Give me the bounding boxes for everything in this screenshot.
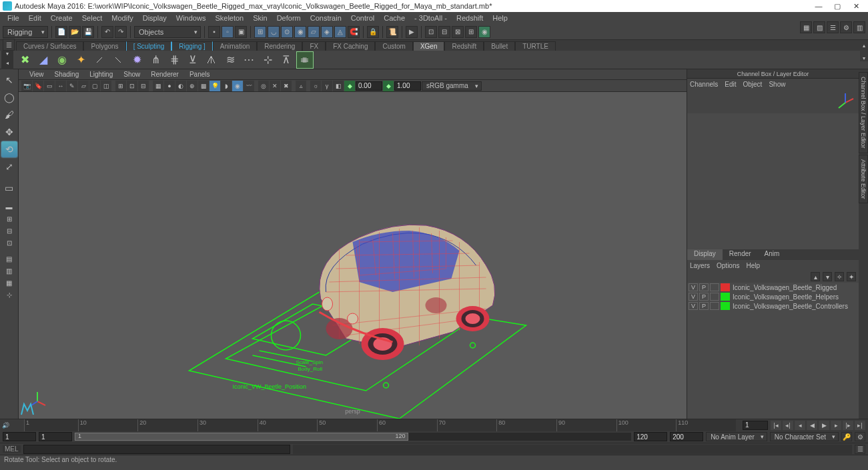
vp-exposure-field[interactable] — [356, 81, 382, 91]
snap-point-icon[interactable]: ⊙ — [281, 26, 293, 38]
shelf-tab-custom[interactable]: Custom — [375, 41, 412, 51]
xgen-groom-icon[interactable]: ✹ — [128, 51, 145, 69]
menu-redshift[interactable]: Redshift — [452, 14, 488, 22]
channel-box-tab[interactable]: Channel Box / Layer Editor — [859, 72, 868, 153]
vp-shadows-icon[interactable]: ◗ — [221, 81, 232, 91]
layer-playback-toggle[interactable]: P — [699, 293, 709, 301]
shelf-tab-sculpting[interactable]: [ Sculpting — [126, 41, 172, 51]
render-settings-icon[interactable]: ⊠ — [452, 26, 464, 38]
shelf-menu-icon[interactable]: ▾ — [1, 51, 13, 60]
layer-row[interactable]: VPIconic_Volkswagen_Beetle_Helpers — [687, 292, 859, 301]
vp-wireframe-icon[interactable]: ▦ — [153, 81, 163, 91]
snap-plane-icon[interactable]: ▱ — [308, 26, 320, 38]
play-forward-icon[interactable]: ▶ — [819, 421, 829, 430]
select-by-component-icon[interactable]: ▣ — [235, 26, 247, 38]
menu-constrain[interactable]: Constrain — [306, 14, 346, 22]
layer-row[interactable]: VPIconic_Volkswagen_Beetle_Rigged — [687, 283, 859, 292]
shelf-tab-animation[interactable]: Animation — [213, 41, 257, 51]
playback-prefs-icon[interactable]: ⚙ — [855, 432, 865, 441]
vp-xray-joints-icon[interactable]: ✖ — [281, 81, 292, 91]
vp-textured-icon[interactable]: ▩ — [198, 81, 209, 91]
layer-color-swatch[interactable] — [721, 302, 730, 310]
go-to-end-icon[interactable]: ▸| — [855, 421, 865, 430]
paint-select-tool[interactable]: 🖌 — [1, 107, 17, 123]
layer-new-selected-icon[interactable]: ✦ — [847, 272, 856, 281]
open-scene-icon[interactable]: 📂 — [69, 26, 81, 38]
vp-image-plane-icon[interactable]: ▭ — [44, 81, 55, 91]
vp-wire-on-shaded-icon[interactable]: ⊕ — [187, 81, 197, 91]
shelf-tab-redshift[interactable]: Redshift — [444, 41, 484, 51]
shelf-tab-rendering[interactable]: Rendering — [257, 41, 302, 51]
menu-control[interactable]: Control — [346, 14, 379, 22]
layer-type-toggle[interactable] — [710, 283, 719, 291]
attribute-editor-tab[interactable]: Attribute Editor — [859, 155, 868, 204]
persp-outliner-icon[interactable]: ▥ — [1, 265, 17, 276]
viewport[interactable]: Iconic_VW_Beetle_Position Scale_Spin Bod… — [19, 92, 687, 419]
shelf-tab-turtle[interactable]: TURTLE — [515, 41, 556, 51]
layer-color-swatch[interactable] — [721, 293, 730, 301]
timeline-sound-icon[interactable]: 🔊 — [0, 422, 11, 429]
xgen-brush6-icon[interactable]: ⋯ — [240, 51, 258, 69]
menu-help[interactable]: Help — [488, 14, 512, 22]
timeline-ruler[interactable]: 1102030405060708090100110120 — [24, 419, 736, 431]
layer-menu-options[interactable]: Options — [717, 262, 739, 269]
vp-gamma-field[interactable] — [394, 81, 421, 91]
menu-edit[interactable]: Edit — [24, 14, 46, 22]
vp-motion-blur-icon[interactable]: 〰 — [244, 81, 254, 91]
hypershade-layout-icon[interactable]: ▦ — [1, 277, 17, 288]
layer-tab-anim[interactable]: Anim — [758, 249, 787, 260]
vp-menu-shading[interactable]: Shading — [49, 71, 85, 78]
vp-grease-icon[interactable]: ✎ — [67, 81, 77, 91]
layer-type-toggle[interactable] — [710, 302, 719, 310]
layer-row[interactable]: VPIconic_Volkswagen_Beetle_Controllers — [687, 301, 859, 311]
snap-curve-icon[interactable]: ◡ — [268, 26, 280, 38]
construction-history-icon[interactable]: 📜 — [386, 26, 398, 38]
layer-visibility-toggle[interactable]: V — [689, 283, 698, 291]
modeling-toolkit-toggle-icon[interactable]: ▦ — [800, 21, 812, 33]
vp-use-lights-icon[interactable]: 💡 — [209, 81, 220, 91]
layer-visibility-toggle[interactable]: V — [689, 293, 698, 301]
vp-resolution-gate-icon[interactable]: ▢ — [89, 81, 100, 91]
workspace-selector[interactable]: Rigging — [3, 26, 48, 38]
xgen-util2-icon[interactable]: ⟍ — [109, 51, 127, 69]
xgen-brush2-icon[interactable]: ⋕ — [165, 51, 183, 69]
xgen-brush1-icon[interactable]: ⋔ — [147, 51, 164, 69]
maximize-button[interactable]: ▢ — [828, 1, 847, 11]
anim-layer-selector[interactable]: No Anim Layer — [706, 432, 767, 441]
shelf-tab-rigging[interactable]: Rigging ] — [171, 41, 212, 51]
step-forward-key-icon[interactable]: |▸ — [843, 421, 853, 430]
play-backward-icon[interactable]: ◀ — [807, 421, 817, 430]
shelf-tab-menu-icon[interactable]: ◂ — [1, 60, 13, 69]
snap-toggle-icon[interactable]: ◬ — [334, 26, 346, 38]
snap-projected-icon[interactable]: ◉ — [294, 26, 306, 38]
cb-menu-show[interactable]: Show — [769, 81, 785, 88]
menu-display[interactable]: Display — [138, 14, 171, 22]
layer-type-toggle[interactable] — [710, 293, 719, 301]
snap-grid-icon[interactable]: ⊞ — [254, 26, 266, 38]
attribute-editor-toggle-icon[interactable]: ☰ — [827, 21, 839, 33]
step-forward-icon[interactable]: ▸ — [831, 421, 841, 430]
vp-exposure-icon[interactable]: ☼ — [310, 81, 321, 91]
menu-cache[interactable]: Cache — [379, 14, 410, 22]
menu-skin[interactable]: Skin — [248, 14, 272, 22]
vp-smooth-shade-icon[interactable]: ● — [164, 81, 175, 91]
cb-menu-edit[interactable]: Edit — [725, 81, 736, 88]
vp-isolate-icon[interactable]: ◎ — [258, 81, 269, 91]
layer-tab-display[interactable]: Display — [687, 249, 723, 260]
shelf-scroll[interactable]: ▴ ▾ — [860, 43, 868, 61]
menu-deform[interactable]: Deform — [272, 14, 306, 22]
new-scene-icon[interactable]: 📄 — [55, 26, 67, 38]
selection-mask-selector[interactable]: Objects — [134, 26, 201, 38]
single-pane-icon[interactable]: ▬ — [1, 201, 17, 212]
step-back-key-icon[interactable]: ◂| — [783, 421, 793, 430]
script-editor-icon[interactable]: ☰ — [855, 445, 865, 454]
vp-menu-lighting[interactable]: Lighting — [84, 71, 118, 78]
cb-menu-object[interactable]: Object — [743, 81, 763, 88]
layer-playback-toggle[interactable]: P — [699, 302, 709, 310]
xgen-guide-icon[interactable]: ✦ — [72, 51, 89, 69]
character-set-selector[interactable]: No Character Set — [770, 432, 839, 441]
redo-icon[interactable]: ↷ — [115, 26, 127, 38]
range-track[interactable]: 1 120 — [75, 433, 631, 441]
vp-use-default-mat-icon[interactable]: ◐ — [175, 81, 186, 91]
hypershade-icon[interactable]: ⊞ — [465, 26, 477, 38]
